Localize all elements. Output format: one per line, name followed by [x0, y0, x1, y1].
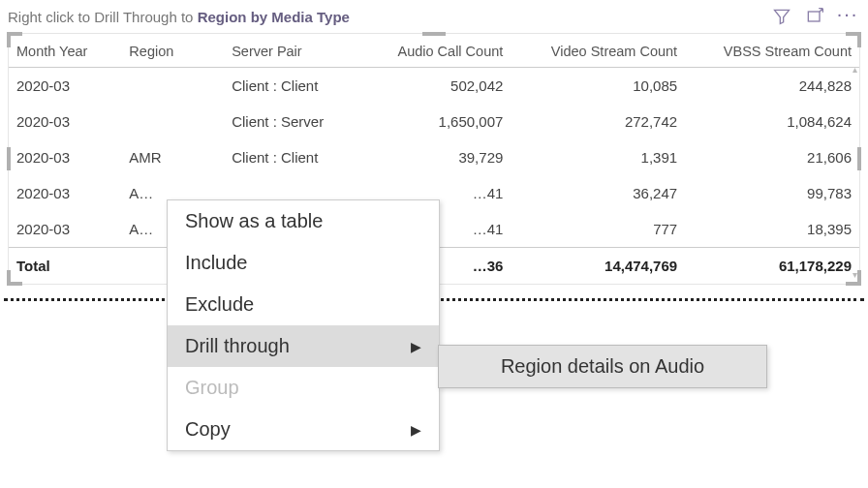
menu-include[interactable]: Include [168, 242, 439, 284]
filter-icon[interactable] [769, 4, 794, 29]
cell-server: Client : Client [224, 68, 367, 105]
resize-handle-top[interactable] [422, 32, 446, 36]
cell-audio: 39,729 [367, 139, 511, 175]
visual-header: Right click to Drill Through to Region b… [0, 0, 868, 33]
drill-hint-target: Region by Media Type [198, 9, 350, 25]
vertical-scrollbar[interactable]: ▴ ▾ [852, 65, 857, 280]
drill-submenu: Region details on Audio [438, 345, 767, 388]
submenu-region-details-audio[interactable]: Region details on Audio [439, 346, 766, 387]
chevron-right-icon: ▶ [411, 339, 421, 354]
resize-handle-left[interactable] [7, 147, 11, 170]
table-row[interactable]: 2020-03Client : Client502,04210,085244,8… [9, 68, 859, 105]
cell-vbss: 21,606 [685, 139, 859, 175]
cell-region [121, 68, 224, 105]
cell-audio: 1,650,007 [367, 104, 511, 139]
cell-server: Client : Client [224, 139, 367, 175]
menu-group: Group [168, 367, 439, 409]
resize-handle-tl[interactable] [7, 32, 22, 47]
cell-video: 1,391 [511, 139, 685, 175]
cell-video: 272,742 [511, 104, 685, 139]
col-vbss[interactable]: VBSS Stream Count [685, 34, 859, 68]
table-row[interactable]: 2020-03Client : Server1,650,007272,7421,… [9, 104, 859, 139]
cell-server: Client : Server [224, 104, 367, 139]
col-region[interactable]: Region [121, 34, 224, 68]
cell-month: 2020-03 [9, 104, 121, 139]
cell-month: 2020-03 [9, 175, 121, 211]
scroll-down-icon[interactable]: ▾ [852, 270, 857, 280]
svg-rect-0 [808, 12, 820, 21]
col-server[interactable]: Server Pair [224, 34, 367, 68]
cell-video: 10,085 [511, 68, 685, 105]
focus-mode-icon[interactable] [802, 4, 827, 29]
menu-show-as-table[interactable]: Show as a table [168, 200, 439, 242]
cell-audio: 502,042 [367, 68, 511, 105]
context-menu: Show as a table Include Exclude Drill th… [167, 199, 440, 451]
resize-handle-right[interactable] [857, 147, 861, 170]
menu-drill-through[interactable]: Drill through▶ [168, 325, 439, 367]
col-month[interactable]: Month Year [9, 34, 121, 68]
table-header-row: Month Year Region Server Pair Audio Call… [9, 34, 859, 68]
drill-hint-prefix: Right click to Drill Through to [8, 9, 198, 25]
cell-vbss: 99,783 [685, 175, 859, 211]
cell-region [121, 104, 224, 139]
menu-copy[interactable]: Copy▶ [168, 409, 439, 450]
cell-total-label: Total [9, 248, 121, 285]
col-video[interactable]: Video Stream Count [511, 34, 685, 68]
resize-handle-tr[interactable] [846, 32, 861, 47]
resize-handle-bl[interactable] [7, 270, 22, 286]
chevron-right-icon: ▶ [411, 422, 421, 438]
menu-exclude[interactable]: Exclude [168, 284, 439, 325]
cell-video: 36,247 [511, 175, 685, 211]
cell-month: 2020-03 [9, 139, 121, 175]
more-options-icon[interactable]: ··· [835, 4, 860, 29]
cell-vbss: 244,828 [685, 68, 859, 105]
cell-vbss: 18,395 [685, 211, 859, 248]
table-row[interactable]: 2020-03AMRClient : Client39,7291,39121,6… [9, 139, 859, 175]
drill-hint: Right click to Drill Through to Region b… [8, 9, 761, 25]
col-audio[interactable]: Audio Call Count [367, 34, 511, 68]
cell-total-video: 14,474,769 [511, 248, 685, 285]
cell-vbss: 1,084,624 [685, 104, 859, 139]
cell-region: AMR [121, 139, 224, 175]
cell-total-vbss: 61,178,229 [685, 248, 859, 285]
cell-month: 2020-03 [9, 68, 121, 105]
scroll-up-icon[interactable]: ▴ [852, 65, 857, 75]
cell-video: 777 [511, 211, 685, 248]
cell-month: 2020-03 [9, 211, 121, 248]
